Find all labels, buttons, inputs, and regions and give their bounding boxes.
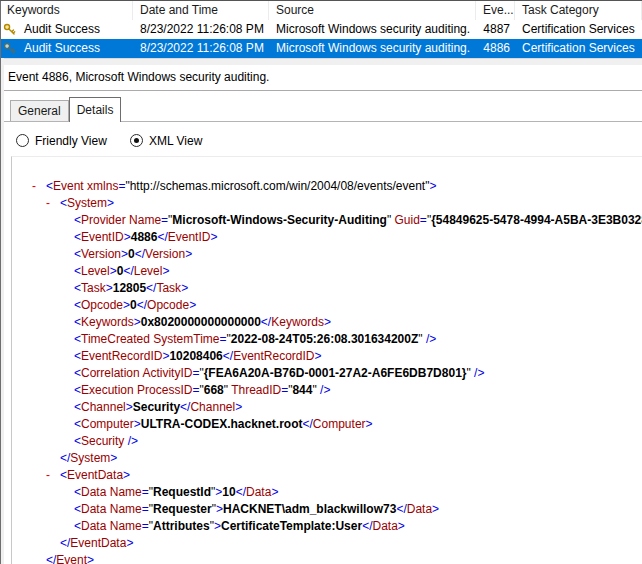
xml-token: >: [123, 468, 130, 482]
tab-details[interactable]: Details: [69, 97, 122, 122]
xml-token: </: [236, 485, 246, 499]
xml-token: <: [74, 247, 81, 261]
xml-token: ProcessID: [137, 383, 192, 397]
xml-line: <Task>12805</Task>: [12, 280, 642, 297]
xml-line: <Data Name="RequestId">10</Data>: [12, 484, 642, 501]
xml-token: <: [60, 196, 67, 210]
xml-token: </: [396, 502, 406, 516]
xml-token: 10: [222, 485, 235, 499]
xml-token: 0: [128, 247, 135, 261]
xml-token: >: [107, 196, 114, 210]
xml-token: >: [110, 264, 117, 278]
xml-token: />: [426, 332, 436, 346]
xml-token: Task: [81, 281, 106, 295]
xml-token: Security: [81, 434, 124, 448]
radio-friendly-view[interactable]: Friendly View: [16, 132, 107, 149]
xml-token: Event: [56, 553, 87, 564]
column-header-source[interactable]: Source: [269, 1, 476, 20]
xml-token: Keywords: [81, 315, 134, 329]
xml-token: 668: [204, 383, 224, 397]
xml-line: </Event>: [12, 552, 642, 564]
xml-token: Computer: [81, 417, 134, 431]
xml-token: EventData: [67, 468, 123, 482]
collapse-toggle-icon[interactable]: -: [46, 195, 50, 212]
event-list: KeywordsDate and TimeSourceEve...Task Ca…: [0, 1, 642, 58]
xml-token: 10208406: [169, 349, 222, 363]
xml-token: >: [214, 519, 221, 533]
xml-token: <: [74, 519, 81, 533]
xml-token: <: [74, 366, 81, 380]
column-header-keywords[interactable]: Keywords: [0, 1, 133, 20]
xml-token: <: [74, 315, 81, 329]
xml-token: {54849625-5478-4994-A5BA-3E3B0328C30D}: [431, 213, 642, 227]
xml-token: >: [366, 417, 373, 431]
xml-token: <: [74, 502, 81, 516]
radio-xml-view[interactable]: XML View: [130, 132, 202, 149]
xml-token: </: [223, 349, 233, 363]
xml-line: <Opcode>0</Opcode>: [12, 297, 642, 314]
xml-token: >: [162, 264, 169, 278]
xml-token: </: [46, 553, 56, 564]
xml-line: -<EventData>: [12, 467, 642, 484]
xml-token: Name: [129, 213, 161, 227]
column-header-date-and-time[interactable]: Date and Time: [133, 1, 269, 20]
xml-token: Execution: [81, 383, 134, 397]
xml-token: <: [74, 434, 81, 448]
xml-token: Level: [81, 264, 110, 278]
xml-token: >: [216, 502, 223, 516]
xml-token: <: [74, 417, 81, 431]
xml-token: <: [74, 230, 81, 244]
xml-line: <Security />: [12, 433, 642, 450]
xml-token: >: [134, 315, 141, 329]
details-title: Event 4886, Microsoft Windows security a…: [0, 65, 642, 91]
xml-token: Provider: [81, 213, 126, 227]
xml-token: >: [235, 400, 242, 414]
xml-token: 2022-08-24T05:26:08.301634200Z: [231, 332, 418, 346]
xml-token: <: [74, 332, 81, 346]
xml-token: Microsoft-Windows-Security-Auditing: [172, 213, 387, 227]
tab-general[interactable]: General: [10, 100, 69, 121]
xml-token: >: [210, 230, 217, 244]
keywords-cell: Audit Success: [24, 20, 100, 39]
event-id-cell: 4887: [476, 20, 515, 39]
xml-token: >: [181, 281, 188, 295]
xml-token: Data: [246, 485, 271, 499]
xml-token: TimeCreated: [81, 332, 150, 346]
xml-line: <Data Name="Attributes">CertificateTempl…: [12, 518, 642, 535]
xml-token: Task: [156, 281, 181, 295]
key-icon: [3, 23, 20, 36]
xml-token: Guid: [395, 213, 420, 227]
xml-token: =: [142, 502, 149, 516]
xml-token: Data: [81, 519, 106, 533]
collapse-toggle-icon[interactable]: -: [46, 467, 50, 484]
xml-token: >: [121, 247, 128, 261]
event-row-4886[interactable]: Audit Success8/23/2022 11:26:08 PMMicros…: [0, 39, 642, 58]
xml-token: Data: [81, 485, 106, 499]
xml-token: ThreadID: [231, 383, 281, 397]
xml-token: <: [46, 179, 53, 193]
xml-token: >: [106, 281, 113, 295]
keywords-cell: Audit Success: [24, 39, 100, 58]
column-header-task-category[interactable]: Task Category: [515, 1, 642, 20]
xml-token: Attributes: [153, 519, 210, 533]
xml-token: Data: [407, 502, 432, 516]
xml-token: 0x8020000000000000: [141, 315, 261, 329]
column-header-eve[interactable]: Eve...: [476, 1, 515, 20]
xml-tree: -<Event xmlns="http://schemas.microsoft.…: [12, 178, 642, 564]
xml-line: <Computer>ULTRA-CODEX.hacknet.root</Comp…: [12, 416, 642, 433]
xml-token: >: [398, 519, 405, 533]
xml-token: =: [142, 485, 149, 499]
xml-token: <: [74, 298, 81, 312]
datetime-cell: 8/23/2022 11:26:08 PM: [133, 20, 269, 39]
radio-label: XML View: [149, 134, 202, 148]
xml-token: >: [110, 451, 117, 465]
xml-token: xmlns: [87, 179, 118, 193]
xml-token: Opcode: [147, 298, 189, 312]
event-id-cell: 4886: [476, 39, 515, 58]
xml-token: />: [320, 383, 330, 397]
collapse-toggle-icon[interactable]: -: [32, 178, 36, 195]
xml-token: >: [126, 400, 133, 414]
event-row-4887[interactable]: Audit Success8/23/2022 11:26:08 PMMicros…: [0, 20, 642, 39]
xml-token: <: [74, 281, 81, 295]
source-cell: Microsoft Windows security auditing.: [269, 39, 476, 58]
